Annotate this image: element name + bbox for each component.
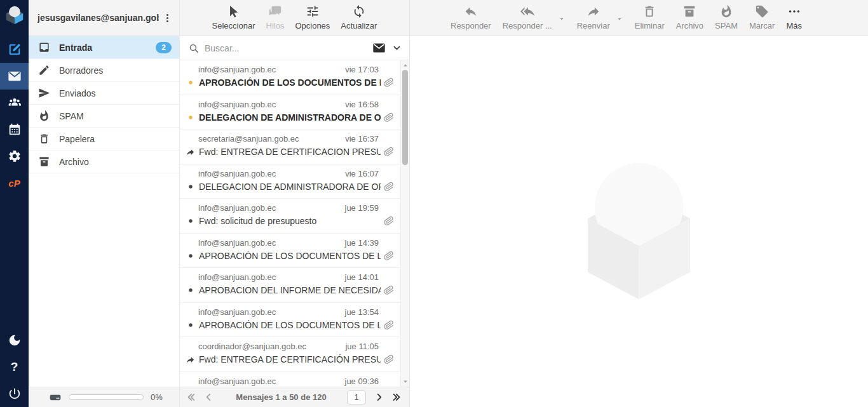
folder-label: Archivo xyxy=(59,157,89,167)
rail-button-logout[interactable] xyxy=(0,380,29,407)
marcar-button[interactable]: Marcar xyxy=(749,4,775,36)
message-date: jue 19:59 xyxy=(345,203,379,213)
paperclip-icon xyxy=(383,250,395,262)
message-row[interactable]: info@sanjuan.gob.ecjue 19:59Fwd: solicit… xyxy=(180,199,409,234)
opciones-button[interactable]: Opciones xyxy=(295,4,330,36)
spam-button[interactable]: SPAM xyxy=(715,4,738,36)
hilos-button[interactable]: Hilos xyxy=(266,4,285,36)
paperclip-icon xyxy=(384,251,394,261)
archive-icon xyxy=(682,4,696,18)
last-page-button[interactable] xyxy=(390,390,403,404)
toolbar-button-label: Actualizar xyxy=(341,21,377,30)
rail-button-compose[interactable] xyxy=(0,36,29,63)
double-chevron-left-icon xyxy=(186,392,197,403)
scroll-up-icon[interactable] xyxy=(402,62,409,69)
message-subject: APROBACION DEL INFORME DE NECESIDA... xyxy=(199,285,381,295)
rail-button-settings[interactable] xyxy=(0,143,29,170)
archivo-button[interactable]: Archivo xyxy=(676,4,703,36)
read-dot-icon xyxy=(185,183,196,190)
toolbar-button-label: Archivo xyxy=(676,21,703,30)
message-sender: info@sanjuan.gob.ec xyxy=(198,100,345,109)
scroll-down-icon[interactable] xyxy=(402,378,409,385)
message-date: vie 16:58 xyxy=(345,100,379,109)
dot-icon xyxy=(187,79,194,86)
cursor-icon xyxy=(227,4,241,18)
account-menu-button[interactable] xyxy=(159,8,175,27)
list-scrollbar[interactable] xyxy=(400,60,409,387)
eliminar-button[interactable]: Eliminar xyxy=(635,4,665,36)
toolbar-button-label: Responder xyxy=(451,21,491,30)
sidebar-folder-archivo[interactable]: Archivo xyxy=(29,150,179,173)
sidebar-folder-enviados[interactable]: Enviados xyxy=(29,82,179,105)
search-input[interactable] xyxy=(205,43,367,53)
dot-icon xyxy=(187,287,194,293)
search-bar xyxy=(180,36,409,60)
message-sender: info@sanjuan.gob.ec xyxy=(198,238,345,248)
search-options-button[interactable] xyxy=(391,43,403,53)
paperclip-icon xyxy=(383,77,395,89)
message-row[interactable]: info@sanjuan.gob.ecvie 16:58DELEGACION D… xyxy=(180,95,409,130)
forward-icon xyxy=(587,4,600,18)
message-date: vie 16:07 xyxy=(345,169,379,178)
message-date: jue 13:54 xyxy=(345,307,379,317)
read-dot-icon xyxy=(185,322,196,328)
rail-button-cpanel[interactable]: cP xyxy=(0,170,29,196)
responder-button[interactable]: Responder ... xyxy=(503,4,552,36)
rail-button-help[interactable]: ? xyxy=(0,354,29,380)
message-sender: info@sanjuan.gob.ec xyxy=(198,307,345,317)
contacts-icon xyxy=(8,96,22,110)
paperclip-icon xyxy=(384,147,394,157)
rail-button-calendar[interactable] xyxy=(0,116,29,143)
refresh-icon xyxy=(352,4,366,18)
más-button[interactable]: Más xyxy=(786,4,802,36)
question-icon: ? xyxy=(11,360,18,374)
quota-percent: 0% xyxy=(151,392,163,402)
message-list-column: SeleccionarHilosOpcionesActualizar info@… xyxy=(180,0,410,407)
message-row[interactable]: coordinador@sanjuan.gob.ecjue 11:05Fwd: … xyxy=(180,337,409,372)
seleccionar-button[interactable]: Seleccionar xyxy=(212,4,255,36)
caret-down-icon xyxy=(616,15,623,23)
reenviar-button[interactable]: Reenviar xyxy=(577,4,610,36)
quota-progress xyxy=(69,394,144,400)
paperclip-icon xyxy=(383,215,395,227)
message-date: jue 14:01 xyxy=(345,272,379,282)
dropdown-caret-button[interactable] xyxy=(558,4,566,36)
message-row[interactable]: info@sanjuan.gob.ecjue 14:01APROBACION D… xyxy=(180,268,409,303)
next-page-button[interactable] xyxy=(372,390,386,404)
message-date: jue 14:39 xyxy=(345,238,379,248)
responder-button[interactable]: Responder xyxy=(451,4,491,36)
message-row[interactable]: info@sanjuan.gob.ecvie 17:03APROBACIÓN D… xyxy=(180,60,409,95)
message-row[interactable]: secretaria@sanjuan.gob.ecvie 16:37Fwd: E… xyxy=(180,130,409,164)
forward-icon xyxy=(186,355,195,364)
scrollbar-thumb[interactable] xyxy=(402,70,408,165)
message-row[interactable]: info@sanjuan.gob.ecjue 14:39APROBACIÓN D… xyxy=(180,234,409,269)
message-sender: coordinador@sanjuan.gob.ec xyxy=(198,342,345,351)
prev-page-button[interactable] xyxy=(202,390,215,404)
app-logo xyxy=(0,0,29,29)
sidebar-folder-borradores[interactable]: Borradores xyxy=(29,59,179,82)
logo-cube-icon xyxy=(4,4,25,25)
rail-button-contacts[interactable] xyxy=(0,90,29,116)
more-icon xyxy=(787,4,801,18)
rail-button-dark-mode[interactable] xyxy=(0,327,29,354)
first-page-button[interactable] xyxy=(185,390,198,404)
actualizar-button[interactable]: Actualizar xyxy=(341,4,377,36)
toolbar-button-label: Reenviar xyxy=(577,21,610,30)
sidebar-folder-spam[interactable]: SPAM xyxy=(29,105,179,128)
sidebar-folder-entrada[interactable]: Entrada2 xyxy=(29,36,179,59)
quota-bar: 0% xyxy=(29,387,179,407)
message-row[interactable]: info@sanjuan.gob.ecjue 13:54APROBACIÓN D… xyxy=(180,303,409,338)
page-number-input[interactable] xyxy=(347,390,366,404)
read-dot-icon xyxy=(185,218,196,224)
dot-icon xyxy=(187,114,194,121)
message-row[interactable]: info@sanjuan.gob.ecjue 09:36 xyxy=(180,372,409,387)
dot-icon xyxy=(187,183,194,190)
compose-icon xyxy=(8,43,22,57)
dropdown-caret-button[interactable] xyxy=(616,4,623,36)
paperclip-icon xyxy=(383,284,395,297)
message-row[interactable]: info@sanjuan.gob.ecvie 16:07DELEGACION D… xyxy=(180,164,409,199)
cpanel-icon: cP xyxy=(8,178,20,189)
sidebar-folder-papelera[interactable]: Papelera xyxy=(29,128,179,150)
webmail-app: cP ? jesusgavilanes@sanjuan.gob.... Entr… xyxy=(0,0,868,407)
rail-button-mail[interactable] xyxy=(0,63,29,90)
